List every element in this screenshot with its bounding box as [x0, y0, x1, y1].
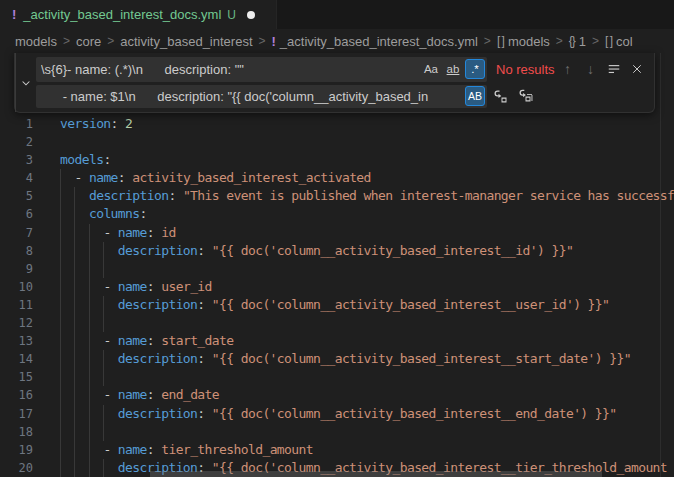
line-number[interactable]: 3 [0, 151, 33, 169]
breadcrumb-item[interactable]: core [76, 34, 101, 49]
find-in-selection-button[interactable] [602, 58, 625, 81]
line-number[interactable]: 5 [0, 187, 33, 205]
vertical-scrollbar[interactable] [660, 53, 661, 477]
indent-guide [74, 314, 75, 332]
code-line[interactable]: 4 - name: activity_based_interest_activa… [0, 169, 674, 187]
code-line[interactable]: 11 description: "{{ doc('column__activit… [0, 296, 674, 314]
code-line[interactable]: 10 - name: user_id [0, 278, 674, 296]
replace-all-icon [518, 88, 534, 104]
code-text: description: "{{ doc('column__activity_b… [60, 350, 631, 368]
indent-guide [60, 423, 61, 441]
indent-guide [103, 314, 104, 332]
line-number[interactable]: 13 [0, 332, 33, 350]
find-query-text: \s{6}- name: (.*)\n description: "" [41, 62, 419, 77]
code-text: - name: activity_based_interest_activate… [60, 169, 371, 187]
breadcrumb-label: _activity_based_interest_docs.yml [280, 34, 478, 49]
git-status-badge: U [227, 8, 236, 22]
code-line[interactable]: 7 - name: id [0, 224, 674, 242]
breadcrumb-separator-icon: > [484, 34, 491, 48]
code-line[interactable]: 6 columns: [0, 205, 674, 223]
line-number[interactable]: 4 [0, 169, 33, 187]
breadcrumb-item[interactable]: activity_based_interest [120, 34, 252, 49]
horizontal-scrollbar[interactable] [150, 471, 602, 477]
breadcrumb-item[interactable]: models [15, 34, 57, 49]
line-number[interactable]: 17 [0, 405, 33, 423]
close-icon [631, 63, 643, 75]
code-line[interactable]: 9 [0, 260, 674, 278]
indent-guide [103, 368, 104, 386]
find-previous-button[interactable]: ↑ [556, 58, 579, 81]
replace-input[interactable]: - name: $1\n description: "{{ doc('colum… [36, 85, 487, 108]
indent-guide [74, 368, 75, 386]
code-line[interactable]: 18 [0, 423, 674, 441]
match-case-button[interactable]: Aa [421, 59, 441, 79]
breadcrumb-label: col [616, 34, 633, 49]
editor[interactable]: 1version: 223models:4 - name: activity_b… [0, 53, 674, 477]
line-number[interactable]: 9 [0, 260, 33, 278]
line-number[interactable]: 18 [0, 423, 33, 441]
line-number[interactable]: 7 [0, 224, 33, 242]
breadcrumb-label: 1 [579, 34, 586, 49]
indent-guide [60, 260, 61, 278]
find-next-button[interactable]: ↓ [579, 58, 602, 81]
code-line[interactable]: 3models: [0, 151, 674, 169]
vscode-window: ! _activity_based_interest_docs.yml U mo… [0, 0, 674, 477]
replace-all-button[interactable] [515, 85, 537, 107]
modified-dot-icon[interactable] [247, 11, 255, 19]
indent-guide [103, 423, 104, 441]
code-text: - name: start_date [60, 332, 234, 350]
replace-icon [493, 88, 509, 104]
line-number[interactable]: 8 [0, 242, 33, 260]
line-number[interactable]: 2 [0, 133, 33, 151]
line-number[interactable]: 10 [0, 278, 33, 296]
code-line[interactable]: 14 description: "{{ doc('column__activit… [0, 350, 674, 368]
code-text: description: "This event is published wh… [60, 187, 674, 205]
line-number[interactable]: 19 [0, 441, 33, 459]
indent-guide [74, 423, 75, 441]
yaml-file-icon: ! [12, 7, 16, 22]
breadcrumb-item[interactable]: !_activity_based_interest_docs.yml [272, 34, 478, 49]
line-number[interactable]: 20 [0, 459, 33, 477]
breadcrumb-item[interactable]: {}1 [569, 34, 586, 49]
line-number[interactable]: 15 [0, 368, 33, 386]
regex-button[interactable]: .* [465, 59, 485, 79]
code-line[interactable]: 16 - name: end_date [0, 386, 674, 404]
line-number[interactable]: 1 [0, 115, 33, 133]
code-line[interactable]: 12 [0, 314, 674, 332]
indent-guide [103, 260, 104, 278]
breadcrumb-item[interactable]: [ ]models [497, 34, 550, 49]
code-text: description: "{{ doc('column__activity_b… [60, 405, 617, 423]
code-text: models: [60, 151, 111, 169]
code-text: description: "{{ doc('column__activity_b… [60, 242, 573, 260]
breadcrumb-label: models [15, 34, 57, 49]
code-line[interactable]: 8 description: "{{ doc('column__activity… [0, 242, 674, 260]
line-number[interactable]: 11 [0, 296, 33, 314]
tab-active[interactable]: ! _activity_based_interest_docs.yml U [0, 0, 277, 29]
code-line[interactable]: 15 [0, 368, 674, 386]
breadcrumb-separator-icon: > [259, 34, 266, 48]
close-find-button[interactable] [625, 58, 648, 81]
replace-button[interactable] [490, 85, 512, 107]
code-line[interactable]: 13 - name: start_date [0, 332, 674, 350]
breadcrumb-separator-icon: > [63, 34, 70, 48]
toggle-replace-button[interactable] [15, 53, 36, 112]
preserve-case-button[interactable]: AB [465, 86, 485, 106]
symbol-array-icon: [ ] [497, 34, 504, 48]
code-line[interactable]: 1version: 2 [0, 115, 674, 133]
code-line[interactable]: 5 description: "This event is published … [0, 187, 674, 205]
tab-bar: ! _activity_based_interest_docs.yml U [0, 0, 674, 29]
find-input[interactable]: \s{6}- name: (.*)\n description: "" Aa a… [36, 57, 487, 82]
code-line[interactable]: 2 [0, 133, 674, 151]
code-line[interactable]: 19 - name: tier_threshold_amount [0, 441, 674, 459]
line-number[interactable]: 6 [0, 205, 33, 223]
code-text: columns: [60, 205, 147, 223]
line-number[interactable]: 14 [0, 350, 33, 368]
code-line[interactable]: 17 description: "{{ doc('column__activit… [0, 405, 674, 423]
symbol-object-icon: {} [569, 34, 575, 48]
breadcrumb: models>core>activity_based_interest>!_ac… [0, 29, 674, 53]
breadcrumb-item[interactable]: [ ]col [605, 34, 633, 49]
whole-word-button[interactable]: ab [443, 59, 463, 79]
find-widget: \s{6}- name: (.*)\n description: "" Aa a… [14, 53, 655, 113]
line-number[interactable]: 12 [0, 314, 33, 332]
line-number[interactable]: 16 [0, 386, 33, 404]
